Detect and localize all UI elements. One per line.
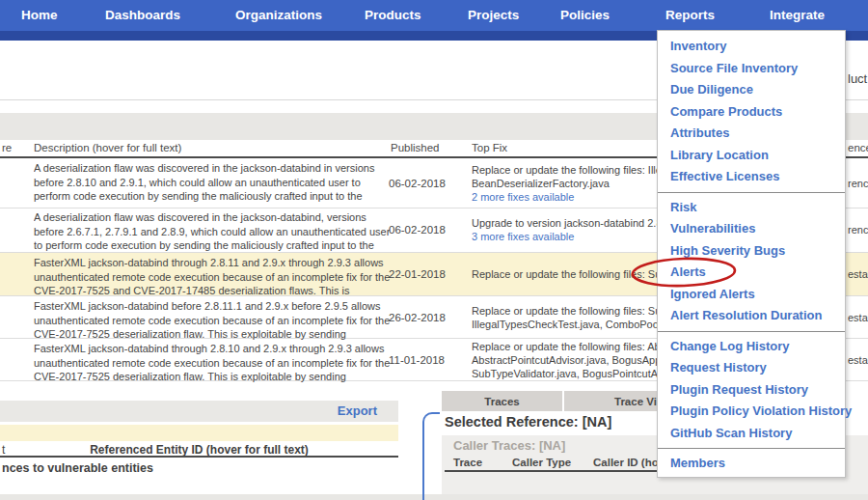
vuln-published: 06-02-2018 <box>389 158 446 208</box>
col-header-caller-id[interactable]: Caller ID (ho <box>593 457 659 468</box>
menu-item-request-history[interactable]: Request History <box>658 357 845 379</box>
col-header-caller-type[interactable]: Caller Type <box>512 457 571 468</box>
menu-divider <box>658 331 845 332</box>
menu-item-plugin-request-history[interactable]: Plugin Request History <box>658 379 845 402</box>
menu-item-change-log-history[interactable]: Change Log History <box>658 336 845 358</box>
references-selected-band <box>0 425 398 441</box>
more-fixes-link[interactable]: 3 more fixes available <box>472 230 671 243</box>
nav-item-policies[interactable]: Policies <box>560 8 610 22</box>
vuln-top-fix: Replace or update the following files: I… <box>472 158 667 208</box>
fix-line: BeanDeserializerFactory.java <box>472 177 667 190</box>
menu-item-source-file-inventory[interactable]: Source File Inventory <box>658 58 845 80</box>
col-header-published[interactable]: Published <box>391 142 440 155</box>
vuln-description: A deserialization flaw was discovered in… <box>34 210 393 253</box>
menu-item-alerts[interactable]: Alerts <box>658 262 845 284</box>
nav-item-dashboards[interactable]: Dashboards <box>105 8 180 22</box>
nav-item-reports[interactable]: Reports <box>665 8 715 22</box>
vuln-description: A deserialization flaw was discovered in… <box>34 161 393 204</box>
nav-item-products[interactable]: Products <box>365 8 421 22</box>
vuln-top-fix: Upgrade to version jackson-databind 2.8.… <box>472 208 671 252</box>
nav-item-projects[interactable]: Projects <box>468 8 519 22</box>
fix-line: Replace or update the following files: S… <box>472 304 673 318</box>
vuln-published: 11-01-2018 <box>389 339 445 380</box>
vuln-published: 06-02-2018 <box>389 208 446 252</box>
vuln-published: 22-01-2018 <box>389 253 446 295</box>
menu-divider <box>658 192 845 193</box>
nav-item-home[interactable]: Home <box>21 8 58 22</box>
fix-line: Replace or update the following files: S… <box>472 267 666 281</box>
menu-item-members[interactable]: Members <box>658 453 845 475</box>
menu-item-risk[interactable]: Risk <box>658 197 845 219</box>
vuln-top-fix: Replace or update the following files: A… <box>472 339 669 380</box>
menu-item-effective-licenses[interactable]: Effective Licenses <box>658 166 845 188</box>
nav-item-organizations[interactable]: Organizations <box>235 8 322 22</box>
vuln-description: FasterXML jackson-databind through 2.8.1… <box>34 256 393 298</box>
vuln-description: FasterXML jackson-databind before 2.8.11… <box>34 299 393 342</box>
menu-item-library-location[interactable]: Library Location <box>658 145 845 167</box>
row-right-fragment: estab <box>848 296 868 338</box>
col-header-right-fragment: ence <box>848 142 868 155</box>
references-panel-toolbar: Export <box>0 401 398 422</box>
fix-line: Replace or update the following files: A… <box>472 340 669 353</box>
export-link[interactable]: Export <box>338 403 377 418</box>
col-header-referenced-entity-id[interactable]: Referenced Entity ID (hover for full tex… <box>0 443 398 457</box>
vuln-top-fix: Replace or update the following files: S… <box>472 253 666 295</box>
fix-line: SubTypeValidator.java, BogusPointcutAdv <box>472 367 669 380</box>
row-right-fragment: estab <box>848 339 868 380</box>
menu-item-alert-resolution-duration[interactable]: Alert Resolution Duration <box>658 305 845 327</box>
fix-line: AbstractPointcutAdvisor.java, BogusAppli <box>472 353 669 367</box>
caller-traces-label: Caller Traces: [NA] <box>453 438 565 453</box>
row-right-fragment: rence <box>848 208 868 252</box>
panel-bracket-decoration <box>422 412 440 500</box>
menu-item-plugin-policy-violation-history[interactable]: Plugin Policy Violation History <box>658 401 845 423</box>
menu-item-vulnerabilities[interactable]: Vulnerabilities <box>658 218 845 240</box>
fix-line: IllegalTypesCheckTest.java, ComboPooled <box>472 318 673 331</box>
col-header-top-fix[interactable]: Top Fix <box>472 142 507 155</box>
menu-item-compare-products[interactable]: Compare Products <box>658 101 845 124</box>
row-right-fragment: rence <box>848 158 868 208</box>
col-header-trace[interactable]: Trace <box>453 457 482 468</box>
menu-item-due-diligence[interactable]: Due Diligence <box>658 79 845 101</box>
col-header-score-fragment: re <box>2 142 12 155</box>
fix-line: Upgrade to version jackson-databind 2.8.… <box>472 216 671 230</box>
col-header-description[interactable]: Description (hover for full text) <box>34 142 181 155</box>
more-fixes-link[interactable]: 2 more fixes available <box>472 190 667 204</box>
tab-traces[interactable]: Traces <box>442 391 562 411</box>
menu-item-inventory[interactable]: Inventory <box>658 36 845 58</box>
row-right-fragment: estab <box>848 253 868 295</box>
references-empty-message: nces to vulnerable entities <box>2 461 153 475</box>
selected-reference-label: Selected Reference: [NA] <box>445 414 611 430</box>
vuln-top-fix: Replace or update the following files: S… <box>472 296 673 338</box>
menu-divider <box>658 448 845 449</box>
menu-item-attributes[interactable]: Attributes <box>658 123 845 145</box>
app-window: luct Home Dashboards Organizations Produ… <box>0 0 868 500</box>
vuln-description: FasterXML jackson-databind through 2.8.1… <box>34 342 393 384</box>
menu-item-ignored-alerts[interactable]: Ignored Alerts <box>658 284 845 306</box>
nav-item-integrate[interactable]: Integrate <box>770 8 825 22</box>
truncated-product-label: luct <box>848 71 867 86</box>
reports-dropdown-menu: Inventory Source File Inventory Due Dili… <box>657 30 846 478</box>
references-header-underline <box>0 456 398 458</box>
vuln-published: 26-02-2018 <box>389 296 446 338</box>
menu-item-high-severity-bugs[interactable]: High Severity Bugs <box>658 240 845 263</box>
menu-item-github-scan-history[interactable]: GitHub Scan History <box>658 423 845 445</box>
fix-line: Replace or update the following files: I… <box>472 163 667 177</box>
